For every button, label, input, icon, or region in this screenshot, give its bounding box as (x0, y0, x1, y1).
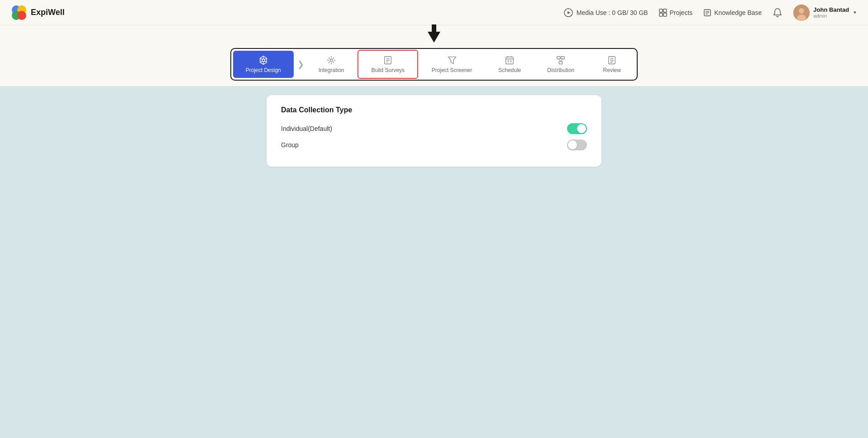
svg-line-44 (561, 59, 563, 62)
svg-point-19 (262, 59, 265, 62)
review-icon (607, 55, 617, 65)
logo[interactable]: ExpiWell (11, 5, 65, 21)
svg-marker-17 (428, 32, 440, 43)
svg-rect-42 (559, 62, 563, 64)
nav-arrow-1: ❯ (296, 59, 306, 69)
play-circle-icon (564, 8, 573, 17)
distribution-icon (556, 55, 566, 65)
tab-integration[interactable]: Integration (306, 51, 357, 78)
user-info[interactable]: John Bantad admin ▼ (793, 5, 857, 21)
tab-project-screener[interactable]: Project Screener (419, 51, 485, 78)
toggle-knob-group (568, 140, 577, 149)
logo-icon (11, 5, 27, 21)
svg-rect-18 (432, 24, 436, 33)
svg-rect-9 (663, 13, 667, 16)
svg-line-24 (264, 58, 267, 59)
toggle-group[interactable] (567, 140, 587, 150)
tab-build-surveys-label: Build Surveys (371, 67, 404, 73)
user-name: John Bantad (813, 6, 849, 13)
toggle-knob-individual (577, 124, 586, 133)
card-title: Data Collection Type (281, 106, 587, 114)
tab-project-design[interactable]: Project Design (233, 51, 294, 78)
main-content: Data Collection Type Individual(Default)… (0, 86, 868, 176)
svg-point-3 (17, 11, 26, 20)
svg-rect-7 (663, 9, 667, 12)
tab-review[interactable]: Review (587, 51, 637, 78)
build-surveys-icon (383, 55, 393, 65)
media-use: Media Use : 0 GB/ 30 GB (564, 8, 648, 17)
knowledge-base-label: Knowledge Base (714, 9, 762, 16)
tab-distribution-label: Distribution (547, 67, 574, 73)
tab-project-design-label: Project Design (246, 67, 281, 73)
user-details: John Bantad admin (813, 6, 849, 19)
bell-icon[interactable] (773, 8, 782, 18)
svg-rect-32 (506, 57, 514, 64)
avatar (793, 5, 810, 21)
nav-wrapper: Project Design ❯ Integration (230, 48, 638, 81)
tab-review-label: Review (603, 67, 621, 73)
nav-container: Project Design ❯ Integration (0, 44, 868, 84)
projects-link[interactable]: Projects (659, 9, 693, 17)
toggle-row-individual: Individual(Default) (281, 123, 587, 134)
svg-marker-5 (568, 11, 570, 14)
toggle-row-group: Group (281, 140, 587, 150)
tab-build-surveys[interactable]: Build Surveys (358, 50, 418, 79)
chevron-down-icon: ▼ (853, 10, 857, 15)
knowledge-base-link[interactable]: Knowledge Base (703, 9, 762, 17)
svg-line-22 (260, 58, 262, 59)
integration-icon (326, 55, 336, 65)
toggle-individual[interactable] (567, 123, 587, 134)
svg-rect-40 (557, 57, 560, 59)
svg-rect-41 (561, 57, 564, 59)
down-arrow-indicator (426, 24, 442, 44)
app-header: ExpiWell Media Use : 0 GB/ 30 GB Project… (0, 0, 868, 25)
svg-line-43 (559, 59, 561, 62)
tab-schedule-label: Schedule (498, 67, 521, 73)
tab-project-screener-label: Project Screener (432, 67, 472, 73)
toggle-label-individual: Individual(Default) (281, 125, 332, 132)
grid-icon (659, 9, 667, 17)
schedule-icon (505, 55, 515, 65)
data-collection-card: Data Collection Type Individual(Default)… (267, 95, 601, 167)
book-icon (703, 9, 711, 17)
svg-rect-6 (659, 9, 663, 12)
media-use-label: Media Use : 0 GB/ 30 GB (577, 9, 648, 16)
projects-label: Projects (670, 9, 693, 16)
header-right: Media Use : 0 GB/ 30 GB Projects Knowled… (564, 5, 857, 21)
nav-section: Project Design ❯ Integration (0, 25, 868, 86)
toggle-label-group: Group (281, 141, 299, 149)
logo-text: ExpiWell (31, 8, 65, 17)
svg-point-15 (799, 8, 804, 14)
project-design-icon (258, 55, 268, 65)
svg-rect-8 (659, 13, 663, 16)
user-role: admin (813, 13, 849, 19)
svg-line-23 (264, 61, 267, 62)
svg-point-26 (330, 59, 333, 62)
tab-integration-label: Integration (319, 67, 344, 73)
tab-schedule[interactable]: Schedule (485, 51, 534, 78)
svg-line-25 (260, 61, 262, 62)
project-screener-icon (447, 55, 457, 65)
tab-distribution[interactable]: Distribution (534, 51, 587, 78)
svg-marker-31 (448, 57, 456, 64)
